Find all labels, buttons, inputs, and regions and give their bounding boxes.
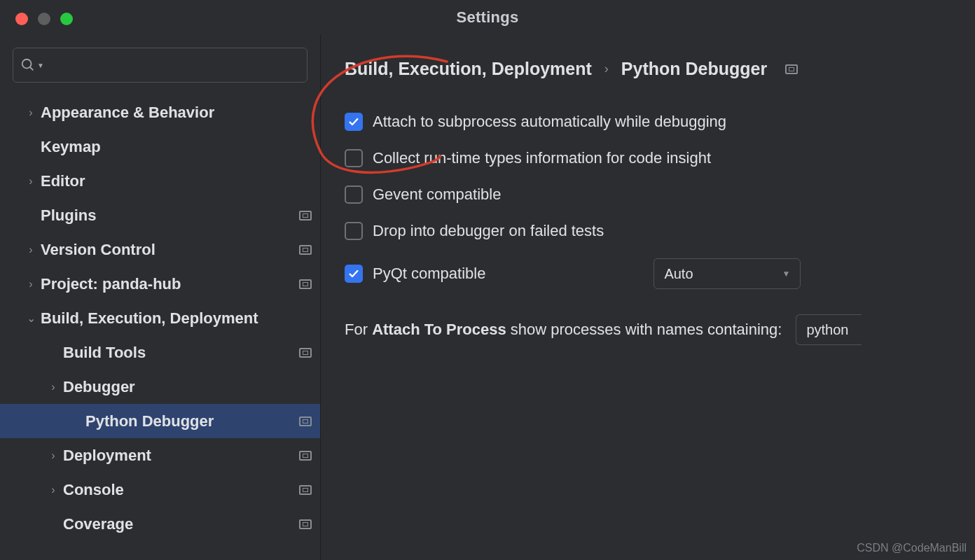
option-pyqt: PyQt compatible Auto ▼ [345,258,975,289]
sidebar-item-label: Console [63,481,299,499]
chevron-right-icon: › [21,278,41,290]
checkbox-icon[interactable] [345,149,363,167]
attach-process-filter: For Attach To Process show processes wit… [345,314,975,345]
attach-line-suffix: show processes with names containing: [506,321,782,338]
sidebar-item-label: Appearance & Behavior [41,104,312,122]
option-label: Gevent compatible [373,186,501,204]
sidebar-item-label: Coverage [63,515,299,533]
sidebar-item-label: Python Debugger [85,412,299,430]
chevron-right-icon: › [43,484,63,496]
minimize-icon[interactable] [38,13,50,25]
sidebar-item-keymap[interactable]: ›Keymap [0,130,320,164]
scope-icon [299,451,312,461]
breadcrumb-level-1[interactable]: Build, Execution, Deployment [345,59,592,79]
chevron-right-icon: › [43,381,63,393]
zoom-icon[interactable] [60,13,73,25]
search-icon [20,57,36,73]
process-filter-input[interactable] [796,314,862,345]
main-panel: Build, Execution, Deployment › Python De… [321,35,975,560]
option-drop-failed[interactable]: Drop into debugger on failed tests [345,222,975,240]
scope-icon [299,485,312,495]
checkbox-icon[interactable] [345,265,363,283]
sidebar-item-debugger[interactable]: ›Debugger [0,370,320,404]
sidebar: ▼ ›Appearance & Behavior›Keymap›Editor›P… [0,35,321,560]
scope-icon [299,519,312,529]
sidebar-item-label: Editor [41,172,312,190]
sidebar-item-deployment[interactable]: ›Deployment [0,438,320,472]
breadcrumb: Build, Execution, Deployment › Python De… [345,59,975,79]
sidebar-item-build-tools[interactable]: ›Build Tools [0,335,320,370]
chevron-right-icon: › [21,175,41,188]
sidebar-item-label: Project: panda-hub [41,275,299,293]
chevron-right-icon: › [43,449,63,462]
sidebar-item-editor[interactable]: ›Editor [0,164,320,198]
scope-icon [299,416,312,426]
sidebar-item-build-execution-deployment[interactable]: ⌄Build, Execution, Deployment [0,301,320,335]
attach-line-bold: Attach To Process [372,321,506,338]
scope-icon [785,64,798,74]
select-value: Auto [664,266,693,282]
sidebar-item-console[interactable]: ›Console [0,472,320,507]
breadcrumb-level-2: Python Debugger [621,59,767,79]
scope-icon [299,245,312,255]
chevron-right-icon: › [21,244,41,256]
settings-tree: ›Appearance & Behavior›Keymap›Editor›Plu… [0,95,320,560]
sidebar-item-project-panda-hub[interactable]: ›Project: panda-hub [0,267,320,301]
search-input-wrapper[interactable]: ▼ [13,48,307,83]
pyqt-select[interactable]: Auto ▼ [654,258,801,289]
attach-line-prefix: For [345,321,372,338]
sidebar-item-label: Deployment [63,447,299,465]
titlebar: Settings [0,0,975,35]
search-dropdown-icon[interactable]: ▼ [37,62,44,69]
window-title: Settings [0,8,975,27]
option-label: Attach to subprocess automatically while… [373,113,726,131]
search-input[interactable] [47,58,300,73]
scope-icon [299,279,312,289]
window-controls [15,13,73,25]
option-collect-types[interactable]: Collect run-time types information for c… [345,149,975,167]
svg-point-0 [22,59,32,69]
sidebar-item-python-debugger[interactable]: ›Python Debugger [0,404,320,438]
option-gevent[interactable]: Gevent compatible [345,186,975,204]
option-attach-subprocess[interactable]: Attach to subprocess automatically while… [345,113,975,131]
sidebar-item-label: Build, Execution, Deployment [41,309,312,328]
chevron-down-icon: ▼ [782,269,791,279]
option-label: Drop into debugger on failed tests [373,222,604,240]
option-label: PyQt compatible [373,265,485,283]
checkbox-icon[interactable] [345,222,363,240]
checkbox-icon[interactable] [345,113,363,131]
option-label: Collect run-time types information for c… [373,149,711,167]
sidebar-item-version-control[interactable]: ›Version Control [0,232,320,267]
scope-icon [299,211,312,220]
watermark: CSDN @CodeManBill [857,542,967,554]
sidebar-item-label: Plugins [41,206,299,225]
chevron-right-icon: › [604,62,609,76]
sidebar-item-label: Keymap [41,138,312,156]
sidebar-item-appearance-behavior[interactable]: ›Appearance & Behavior [0,95,320,130]
checkbox-icon[interactable] [345,186,363,204]
svg-line-1 [30,67,34,71]
sidebar-item-label: Debugger [63,378,312,396]
chevron-down-icon: ⌄ [21,312,41,325]
scope-icon [299,348,312,358]
sidebar-item-label: Version Control [41,241,299,259]
close-icon[interactable] [15,13,28,25]
sidebar-item-plugins[interactable]: ›Plugins [0,198,320,232]
sidebar-item-label: Build Tools [63,344,299,362]
sidebar-item-coverage[interactable]: ›Coverage [0,507,320,541]
chevron-right-icon: › [21,106,41,119]
